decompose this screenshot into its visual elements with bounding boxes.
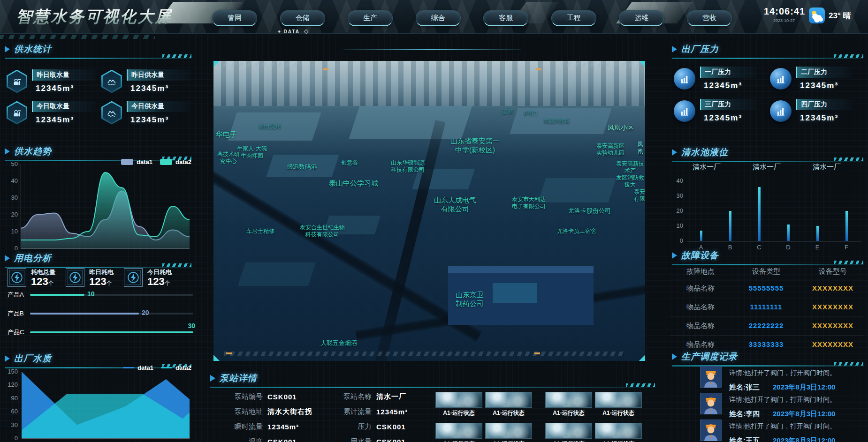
power-card: 耗电总量123个 [8, 268, 55, 287]
pump-fields-left: 泵站编号CSK001泵站地址清水大街右拐瞬时流量12345m³温度CSK001 [220, 389, 312, 442]
map-frame-hatch [217, 62, 298, 67]
video-cell[interactable]: A1-运行状态 [545, 392, 592, 417]
weather-widget: 23° 晴 [809, 7, 851, 23]
fault-table-row: 物品名称22222222XXXXXXXX [670, 316, 864, 335]
pump-field-label: 累计流量 [328, 407, 372, 416]
orange-dash [534, 352, 540, 354]
stat-value: 12345m³ [32, 84, 96, 93]
map-building [538, 178, 617, 202]
fault-cell: 33333333 [731, 340, 801, 349]
corner-decoration [639, 61, 645, 67]
fault-cell: 11111111 [731, 303, 801, 312]
product-bar-track: 10 [30, 294, 193, 296]
legend-label: data2 [175, 364, 191, 371]
nav-tab[interactable]: 仓储 [280, 10, 325, 26]
factory-icon [674, 68, 695, 90]
map-place-label: 尤洛卡股份公司 [568, 207, 611, 215]
map-place-label: 泰安高新技术产 发区消防救援大 [615, 160, 645, 188]
fault-cell: XXXXXXXX [801, 340, 864, 349]
y-axis-tick: 30 [5, 194, 18, 201]
pool-tab[interactable]: 清水一厂 [813, 163, 841, 172]
pressure-card: 三厂压力12345m³ [674, 99, 770, 123]
pressure-value: 12345m³ [700, 113, 756, 123]
y-axis-tick: 50 [5, 160, 18, 167]
clock-time: 14:06:41 [764, 6, 804, 17]
water-intake-icon [7, 70, 27, 93]
nav-tab[interactable]: 客服 [483, 10, 528, 26]
city-3d-map[interactable]: 华电子高技术研 究中心对白烧烤牛家人·大碗 牛肉拌面盛迅数码港创意谷山东华硕能源… [213, 61, 645, 361]
nav-tab[interactable]: 综合 [416, 10, 461, 26]
pump-field-label: 泵站编号 [220, 392, 263, 401]
pressure-card: 一厂压力12345m³ [674, 67, 770, 90]
chart-legend: data1data2 [123, 364, 191, 371]
triangle-icon [5, 46, 10, 52]
nav-tab[interactable]: 运维 [619, 10, 664, 26]
pump-field-row: 泵站地址清水大街右拐 [220, 404, 312, 419]
power-card: 昨日耗电123个 [66, 268, 114, 287]
corner-decoration [639, 355, 645, 361]
factory-icon [770, 100, 792, 122]
video-label: A1-运行状态 [435, 409, 482, 417]
video-label: A1-运行状态 [485, 440, 532, 442]
water-quality-chart: 1501209060300data1data2 [5, 367, 191, 442]
y-axis-tick: 120 [5, 381, 18, 388]
product-bar-row: 产品C30 [8, 328, 193, 337]
nav-tab[interactable]: 生产 [348, 10, 393, 26]
triangle-icon [5, 255, 10, 262]
pool-level-chart: 403020100ABCDEF [670, 176, 865, 252]
video-cell[interactable]: A1-运行状态 [485, 423, 532, 442]
pump-field-label: 泵站地址 [220, 407, 263, 416]
pool-bar [845, 211, 848, 241]
pool-tab[interactable]: 清水一厂 [693, 163, 721, 172]
fault-cell: 55555555 [731, 284, 801, 293]
stat-card: 今日取水量12345m³ [7, 101, 97, 125]
video-cell[interactable]: A1-运行状态 [545, 423, 592, 442]
pressure-label: 二厂压力 [796, 67, 853, 78]
y-axis-tick: 0 [670, 237, 683, 244]
map-place-label: 山东京卫 制药公司 [456, 291, 484, 308]
lightning-icon [124, 268, 143, 287]
section-title: 出厂压力 [681, 43, 719, 55]
x-axis-line [21, 248, 190, 249]
pressure-cards: 一厂压力12345m³二厂压力12345m³三厂压力12345m³四厂压力123… [674, 67, 866, 123]
pump-field-value: CSK001 [376, 423, 406, 431]
video-thumbnail [485, 423, 532, 439]
fault-column-header: 故障地点 [670, 267, 731, 276]
video-cell[interactable]: A1-运行状态 [595, 423, 642, 442]
clock-date: 2023-10-27 [764, 18, 804, 23]
water-supply-icon [101, 70, 122, 93]
factory-icon [770, 68, 792, 90]
product-bar-label: 产品A [8, 291, 30, 299]
nav-tab[interactable]: 营收 [687, 10, 732, 26]
map-place-label: 盛迅数码港 [287, 163, 317, 171]
map-place-label: 车居士精修 [246, 228, 274, 235]
nav-tab[interactable]: 管网 [212, 10, 257, 26]
y-axis-tick: 20 [670, 207, 683, 214]
y-axis-tick: 90 [5, 395, 18, 402]
dispatch-detail: 详情:他打开了阀门，打开阀门时间。 [729, 396, 836, 404]
map-place-label: 大聪五金烟酒 [320, 339, 357, 347]
video-cell[interactable]: A1-运行状态 [485, 392, 532, 417]
pressure-value: 12345m³ [796, 81, 853, 90]
video-label: A1-运行状态 [545, 440, 592, 442]
pool-tabs: 清水一厂清水一厂清水一厂 [674, 163, 860, 172]
nav-tab[interactable]: 工程 [551, 10, 596, 26]
y-axis-tick: 10 [5, 228, 18, 235]
pool-tab[interactable]: 清水一厂 [753, 163, 781, 172]
video-cell[interactable]: A1-运行状态 [595, 392, 642, 417]
orange-dash [226, 352, 232, 354]
map-place-label: 山东华硕能源 科技有限公司 [391, 159, 425, 173]
product-bar-row: 产品B20 [8, 309, 193, 318]
dispatch-date: 2023年8月3日12:00 [773, 436, 835, 442]
orange-dash [536, 68, 541, 70]
x-axis-line [22, 438, 190, 439]
map-building [349, 106, 472, 139]
dispatch-record: 详情:他打开了阀门，打开阀门时间。姓名:李四2023年8月3日12:00 [700, 393, 836, 419]
video-cell[interactable]: A1-运行状态 [435, 423, 482, 442]
dispatch-list: 详情:他打开了阀门，打开阀门时间。姓名:张三2023年8月3日12:00详情:他… [700, 366, 868, 442]
stat-label: 昨日供水量 [127, 69, 190, 81]
video-thumbnail [435, 423, 482, 439]
map-place-label: 运 辉 [502, 109, 513, 115]
section-power: 用电分析 [5, 252, 192, 268]
video-cell[interactable]: A1-运行状态 [435, 392, 482, 417]
